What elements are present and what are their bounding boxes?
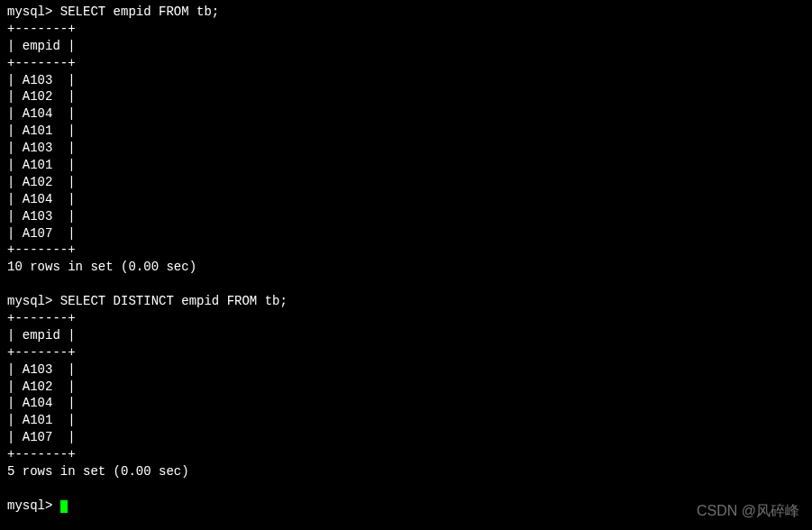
table-row: | A103 |: [7, 72, 805, 89]
table-border: +-------+: [7, 21, 805, 38]
table-row: | A103 |: [7, 140, 805, 157]
table-row: | A107 |: [7, 429, 805, 446]
prompt-text: mysql>: [7, 498, 60, 513]
table-row: | A107 |: [7, 225, 805, 242]
table-row: | A104 |: [7, 105, 805, 123]
table-border: +-------+: [7, 446, 805, 463]
table-row: | A101 |: [7, 157, 805, 174]
table-row: | A103 |: [7, 361, 805, 379]
blank-line: [7, 276, 805, 293]
table-border: +-------+: [7, 310, 805, 327]
table-row: | A101 |: [7, 412, 805, 429]
table-row: | A103 |: [7, 208, 805, 225]
mysql-prompt[interactable]: mysql>: [7, 498, 805, 515]
query-line: mysql> SELECT empid FROM tb;: [7, 4, 805, 21]
table-row: | A102 |: [7, 88, 805, 105]
result-status: 10 rows in set (0.00 sec): [7, 259, 805, 276]
table-row: | A104 |: [7, 191, 805, 208]
table-header: | empid |: [7, 38, 805, 55]
table-row: | A102 |: [7, 174, 805, 191]
query-line: mysql> SELECT DISTINCT empid FROM tb;: [7, 293, 805, 310]
terminal-output: mysql> SELECT empid FROM tb;+-------+| e…: [7, 4, 805, 515]
cursor: [60, 500, 68, 513]
table-border: +-------+: [7, 344, 805, 361]
table-row: | A101 |: [7, 123, 805, 140]
table-row: | A102 |: [7, 379, 805, 396]
table-border: +-------+: [7, 242, 805, 259]
table-header: | empid |: [7, 327, 805, 344]
table-row: | A104 |: [7, 395, 805, 412]
blank-line: [7, 480, 805, 498]
table-border: +-------+: [7, 55, 805, 72]
result-status: 5 rows in set (0.00 sec): [7, 463, 805, 480]
